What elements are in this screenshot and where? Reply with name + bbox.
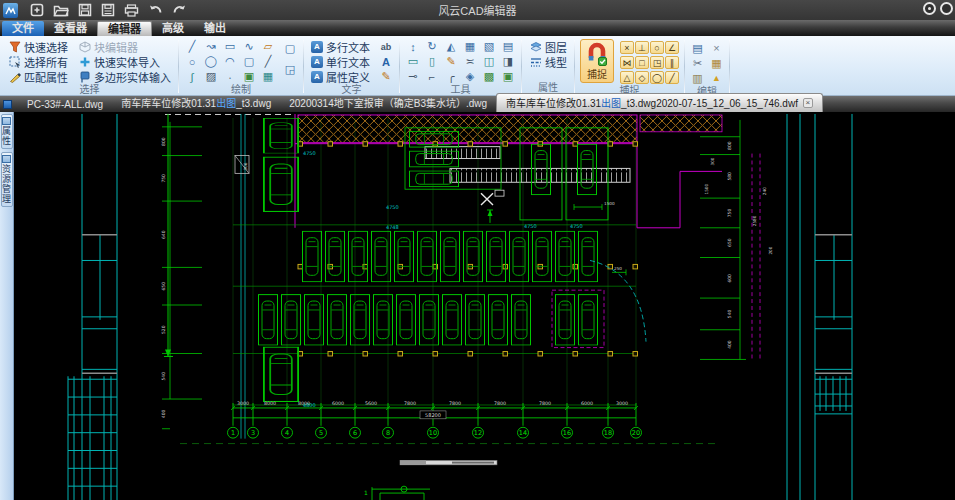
- tools-fillet-icon[interactable]: ╭: [443, 69, 459, 84]
- alert-icon[interactable]: ▲: [709, 71, 724, 85]
- doc-tab-1[interactable]: PC-33#-ALL.dwg: [18, 98, 112, 112]
- draw-hatch-icon[interactable]: ▨: [203, 69, 219, 84]
- tools-rotate-icon[interactable]: ↻: [424, 39, 440, 54]
- tools-block-icon[interactable]: ◫: [481, 54, 497, 69]
- snap-insertion-icon[interactable]: ◳: [650, 56, 664, 69]
- tools-edit-icon[interactable]: ✎: [443, 54, 459, 69]
- snap-endpoint-icon[interactable]: □: [635, 56, 649, 69]
- draw-wipeout-icon[interactable]: ▱: [260, 39, 276, 54]
- copy-icon[interactable]: ▤: [690, 41, 705, 55]
- undo-icon[interactable]: [148, 4, 163, 17]
- paste-icon[interactable]: ▦: [709, 56, 724, 70]
- svg-text:3000: 3000: [237, 401, 249, 406]
- tools-match-icon[interactable]: ≍: [462, 54, 478, 69]
- tools-offset-icon[interactable]: ▭: [405, 54, 421, 69]
- find-text-icon[interactable]: ab: [378, 39, 394, 54]
- tools-hatch-edit-icon[interactable]: ▩: [481, 69, 497, 84]
- doc-list-icon[interactable]: [3, 100, 12, 109]
- linetype-button[interactable]: 线型: [527, 54, 569, 69]
- snap-node-icon[interactable]: ◯: [650, 71, 664, 84]
- layers-icon: [529, 40, 542, 53]
- tools-copy-icon[interactable]: ▧: [481, 39, 497, 54]
- drawing-canvas[interactable]: 4750 4748 4750 4750 4750 4800: [14, 112, 955, 500]
- draw-point-icon[interactable]: ∙: [222, 69, 238, 84]
- cut-icon[interactable]: ✂: [690, 56, 705, 70]
- draw-rectangle-icon[interactable]: ▭: [222, 39, 238, 54]
- window-select-icon[interactable]: ▢: [282, 41, 298, 56]
- tools-group-icon[interactable]: ▤: [500, 39, 516, 54]
- tools-mirror-icon[interactable]: ◭: [443, 39, 459, 54]
- text-style-icon[interactable]: A: [378, 54, 394, 69]
- draw-arc-icon[interactable]: ◠: [222, 54, 238, 69]
- tools-trim-icon[interactable]: ⊸: [405, 69, 421, 84]
- draw-line-icon[interactable]: ╱: [184, 39, 200, 54]
- quick-select-button[interactable]: 快速选择: [6, 39, 70, 54]
- draw-circle-icon[interactable]: ○: [184, 54, 200, 69]
- save-as-icon[interactable]: [101, 3, 115, 17]
- snap-extension-icon[interactable]: ⋈: [620, 56, 634, 69]
- tab-advanced[interactable]: 高级: [152, 21, 194, 36]
- draw-spline-icon[interactable]: ∫: [184, 69, 200, 84]
- snap-center-icon[interactable]: ○: [650, 41, 664, 54]
- print-icon[interactable]: [124, 4, 139, 17]
- quick-entity-import-button[interactable]: 快速实体导入: [76, 54, 173, 69]
- doc-tab-3[interactable]: 20200314地下室报审（确定B3集水坑）.dwg: [280, 94, 496, 112]
- snap-intersection-icon[interactable]: ×: [620, 41, 634, 54]
- match-properties-button[interactable]: 匹配属性: [6, 69, 70, 84]
- tools-explode-icon[interactable]: ◈: [462, 69, 478, 84]
- close-tab-icon[interactable]: ×: [803, 98, 813, 108]
- ribbon: 快速选择 选择所有 匹配属性 块编辑器: [0, 36, 955, 96]
- single-text-button[interactable]: A 单行文本: [309, 54, 372, 69]
- draw-image-icon[interactable]: ▣: [241, 69, 257, 84]
- layers-button[interactable]: 图层: [527, 39, 569, 54]
- tools-scale-icon[interactable]: ◨: [500, 54, 516, 69]
- record-icon[interactable]: [923, 2, 936, 15]
- snap-angle-icon[interactable]: ∠: [665, 41, 679, 54]
- attribute-define-button[interactable]: A 属性定义: [309, 69, 372, 84]
- snap-quadrant-icon[interactable]: ◇: [635, 71, 649, 84]
- tools-move-icon[interactable]: ↕: [405, 39, 421, 54]
- block-editor-button[interactable]: 块编辑器: [76, 39, 173, 54]
- draw-ellipse-icon[interactable]: ◯: [203, 54, 219, 69]
- redo-icon[interactable]: [172, 4, 187, 17]
- snap-parallel-icon[interactable]: ∥: [665, 56, 679, 69]
- tools-cleanup-icon[interactable]: ▣: [500, 69, 516, 84]
- delete-icon[interactable]: ×: [709, 41, 724, 55]
- draw-polyline-icon[interactable]: ↝: [203, 39, 219, 54]
- snap-tangent-icon[interactable]: ╱: [665, 71, 679, 84]
- snap-perpendicular-icon[interactable]: ⊥: [635, 41, 649, 54]
- svg-text:7800: 7800: [404, 401, 416, 406]
- tab-file[interactable]: 文件: [2, 21, 44, 36]
- tab-output[interactable]: 输出: [194, 21, 236, 36]
- select-all-button[interactable]: 选择所有: [6, 54, 70, 69]
- help-icon[interactable]: [940, 2, 953, 15]
- magnet-icon: [586, 42, 608, 66]
- paste-block-icon[interactable]: ▥: [690, 71, 705, 85]
- save-icon[interactable]: [78, 3, 92, 17]
- tools-chamfer-icon[interactable]: ⌐: [424, 69, 440, 84]
- tools-align-icon[interactable]: ▯: [424, 54, 440, 69]
- draw-region-icon[interactable]: ▢: [241, 54, 257, 69]
- tab-viewer[interactable]: 查看器: [44, 21, 97, 36]
- draw-ray-icon[interactable]: ╱: [260, 54, 276, 69]
- snap-nearest-icon[interactable]: △: [620, 71, 634, 84]
- draw-table-icon[interactable]: ▦: [260, 69, 276, 84]
- doc-tab-4-active[interactable]: 南车库车位修改01.31出图_t3.dwg2020-07-15_12_06_15…: [496, 93, 823, 112]
- draw-revcloud-icon[interactable]: ∿: [241, 39, 257, 54]
- mtext-button[interactable]: A 多行文本: [309, 39, 372, 54]
- edit-text-icon[interactable]: ✎: [378, 69, 394, 84]
- doc-tab-2[interactable]: 南车库车位修改01.31出图_t3.dwg: [112, 94, 280, 112]
- crossing-select-icon[interactable]: ◲: [282, 62, 298, 77]
- new-file-icon[interactable]: [30, 3, 44, 17]
- tools-array-icon[interactable]: ▦: [462, 39, 478, 54]
- app-logo-icon[interactable]: [3, 3, 18, 18]
- snap-toggle-button[interactable]: 捕捉: [580, 39, 614, 83]
- resources-panel-icon: [2, 155, 11, 163]
- sidebar-tab-properties[interactable]: 属性: [1, 114, 13, 149]
- tab-editor[interactable]: 编辑器: [97, 21, 152, 36]
- open-file-icon[interactable]: [53, 4, 69, 17]
- svg-text:400: 400: [161, 409, 166, 418]
- axis-bubble: 1: [231, 429, 235, 437]
- sidebar-tab-resources[interactable]: 资源管理: [1, 152, 13, 207]
- polygon-entity-input-button[interactable]: 多边形实体输入: [76, 69, 173, 84]
